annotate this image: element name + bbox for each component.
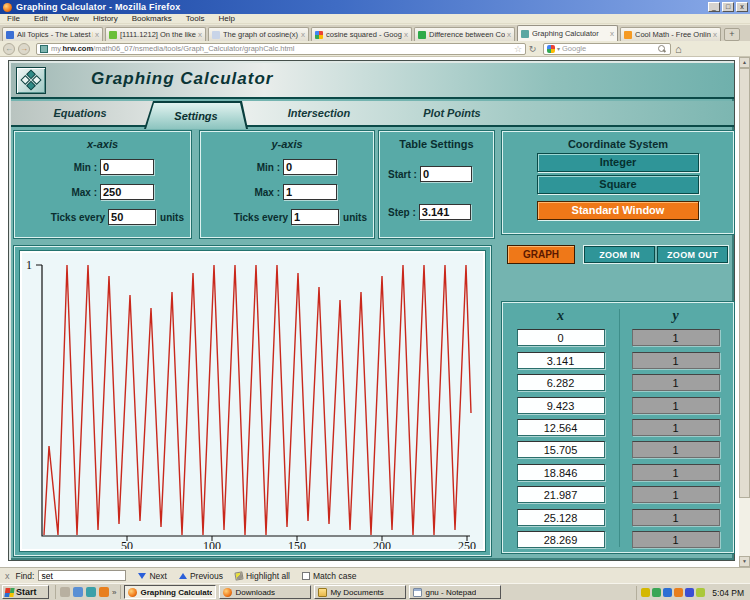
internet-explorer-icon[interactable]	[86, 587, 96, 597]
vertical-scrollbar[interactable]: ▲ ▼	[739, 57, 750, 567]
tab-close-icon[interactable]: x	[198, 30, 202, 39]
start-input[interactable]	[420, 166, 472, 182]
browser-tab[interactable]: The graph of cosine(x) sq... x	[208, 27, 309, 41]
network-icon[interactable]	[652, 588, 661, 597]
y-value-cell: 1	[632, 374, 720, 391]
next-arrow-icon	[138, 573, 146, 579]
tab-close-icon[interactable]: x	[610, 29, 614, 38]
bookmark-star-icon[interactable]: ☆	[514, 44, 522, 54]
menu-bookmarks[interactable]: Bookmarks	[125, 14, 179, 23]
x-value-cell[interactable]: 28.269	[517, 531, 605, 548]
table-row: 21.987 1	[503, 486, 733, 503]
url-field[interactable]: my.hrw.com/math06_07/nsmedia/tools/Graph…	[36, 43, 526, 55]
highlighter-icon	[234, 571, 243, 580]
square-button[interactable]: Square	[537, 175, 699, 194]
menu-help[interactable]: Help	[211, 14, 241, 23]
browser-tab[interactable]: [1111.1212] On the likelih... x	[105, 27, 206, 41]
minimize-button[interactable]: _	[708, 2, 720, 12]
tab-equations[interactable]: Equations	[11, 107, 149, 119]
quick-launch-overflow-icon[interactable]: »	[112, 588, 116, 597]
tab-close-icon[interactable]: x	[713, 30, 717, 39]
update-icon[interactable]	[663, 588, 672, 597]
tab-intersection[interactable]: Intersection	[247, 107, 391, 119]
tab-close-icon[interactable]: x	[95, 30, 99, 39]
graph-button[interactable]: GRAPH	[507, 245, 575, 264]
scrollbar-thumb[interactable]	[739, 68, 750, 498]
reload-icon[interactable]: ↻	[526, 43, 539, 55]
tab-close-icon[interactable]: x	[301, 30, 305, 39]
highlight-all-button[interactable]: Highlight all	[235, 571, 290, 581]
show-desktop-icon[interactable]	[60, 587, 70, 597]
graph-panel: 150100150200250	[14, 246, 491, 556]
tab-close-icon[interactable]: x	[507, 30, 511, 39]
volume-icon[interactable]	[641, 588, 650, 597]
y-min-input[interactable]	[283, 159, 337, 175]
task-button-my-documents[interactable]: My Documents	[314, 585, 406, 599]
start-button[interactable]: Start	[2, 585, 49, 599]
new-tab-button[interactable]: +	[724, 28, 740, 41]
tab-settings[interactable]: Settings	[144, 101, 248, 129]
back-icon[interactable]: ←	[3, 43, 15, 55]
forward-icon[interactable]: →	[18, 43, 30, 55]
browser-tab[interactable]: Difference between Cosin... x	[414, 27, 515, 41]
tab-close-icon[interactable]: x	[404, 30, 408, 39]
x-value-cell[interactable]: 9.423	[517, 397, 605, 414]
menu-history[interactable]: History	[86, 14, 125, 23]
task-button-graphing-calculator[interactable]: Graphing Calculator - ...	[124, 585, 216, 599]
integer-button[interactable]: Integer	[537, 153, 699, 172]
x-value-cell[interactable]: 18.846	[517, 464, 605, 481]
x-value-cell[interactable]: 25.128	[517, 509, 605, 526]
search-magnifier-icon[interactable]	[657, 44, 667, 54]
menu-tools[interactable]: Tools	[179, 14, 212, 23]
x-value-cell[interactable]: 0	[517, 329, 605, 346]
find-close-icon[interactable]: x	[5, 571, 10, 581]
home-icon[interactable]: ⌂	[675, 43, 682, 55]
firefox-launcher-icon[interactable]	[99, 587, 109, 597]
x-value-cell[interactable]: 21.987	[517, 486, 605, 503]
step-input[interactable]	[419, 204, 471, 220]
x-value-cell[interactable]: 6.282	[517, 374, 605, 391]
task-button-notepad[interactable]: gnu - Notepad	[409, 585, 501, 599]
y-axis-panel: y-axis Min : Max : Ticks every units	[200, 131, 374, 238]
browser-tab-active[interactable]: Graphing Calculator x	[517, 25, 618, 41]
shield-icon[interactable]	[685, 588, 694, 597]
menu-edit[interactable]: Edit	[27, 14, 55, 23]
find-previous-button[interactable]: Previous	[179, 571, 223, 581]
x-value-cell[interactable]: 3.141	[517, 352, 605, 369]
browser-tab[interactable]: cosine squared - Google S... x	[311, 27, 412, 41]
firefox-icon	[223, 588, 232, 597]
tab-favicon-google	[315, 31, 323, 39]
url-path: /math06_07/nsmedia/tools/Graph_Calculato…	[93, 44, 294, 53]
x-max-input[interactable]	[100, 184, 154, 200]
y-column-header: y	[618, 308, 733, 324]
antivirus-icon[interactable]	[696, 588, 705, 597]
task-button-downloads[interactable]: Downloads	[219, 585, 311, 599]
search-box[interactable]: ▾ Google	[543, 43, 671, 55]
tab-plot-points[interactable]: Plot Points	[391, 107, 513, 119]
menu-view[interactable]: View	[55, 14, 86, 23]
media-player-icon[interactable]	[73, 587, 83, 597]
browser-tab[interactable]: All Topics - The Latest Ne... x	[2, 27, 103, 41]
standard-window-button[interactable]: Standard Window	[537, 201, 699, 220]
match-case-checkbox[interactable]: Match case	[302, 571, 356, 581]
y-ticks-input[interactable]	[291, 209, 339, 225]
x-value-cell[interactable]: 12.564	[517, 419, 605, 436]
scroll-down-icon[interactable]: ▼	[739, 556, 750, 567]
maximize-button[interactable]: □	[722, 2, 734, 12]
x-min-input[interactable]	[100, 159, 154, 175]
table-row: 12.564 1	[503, 419, 733, 436]
find-input[interactable]	[38, 570, 126, 581]
svg-text:150: 150	[288, 539, 306, 549]
browser-tab[interactable]: Cool Math - Free Online G... x	[620, 27, 721, 41]
close-button[interactable]: x	[736, 2, 748, 12]
y-max-input[interactable]	[283, 184, 337, 200]
messenger-icon[interactable]	[674, 588, 683, 597]
scroll-up-icon[interactable]: ▲	[739, 57, 750, 68]
x-ticks-input[interactable]	[108, 209, 156, 225]
x-value-cell[interactable]: 15.705	[517, 441, 605, 458]
find-next-button[interactable]: Next	[138, 571, 166, 581]
menu-file[interactable]: File	[0, 14, 27, 23]
zoom-out-button[interactable]: ZOOM OUT	[657, 246, 728, 263]
zoom-in-button[interactable]: ZOOM IN	[584, 246, 655, 263]
search-engine-caret-icon[interactable]: ▾	[557, 45, 560, 52]
